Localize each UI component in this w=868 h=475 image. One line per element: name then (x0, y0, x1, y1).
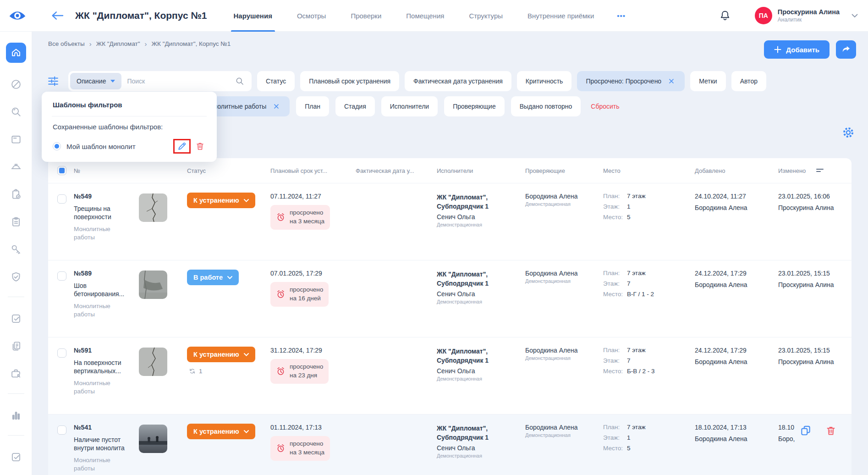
remove-filter-x-icon[interactable] (667, 77, 676, 86)
table-row[interactable]: №591 На поверхности вертикальных... Моно… (48, 337, 852, 414)
executor-organization: ЖК "Дипломат", Субподрядчик 1 (437, 270, 517, 288)
edit-template-button[interactable] (177, 141, 187, 151)
breadcrumb: Все объекты › ЖК "Дипломат" › ЖК "Диплом… (48, 40, 231, 48)
sidebar-item-prohibited[interactable] (10, 78, 22, 90)
violation-photo-thumbnail[interactable] (139, 193, 167, 222)
reviewer-note: Демонстрационная (525, 432, 599, 438)
remove-filter-x-icon[interactable] (272, 102, 281, 111)
place-label-floor: Этаж: (603, 434, 627, 441)
chevron-down-icon (227, 276, 232, 279)
filter-pill-planned-date[interactable]: Плановый срок устранения (300, 71, 399, 91)
filter-pill-actual-date[interactable]: Фактическая дата устранения (405, 71, 511, 91)
place-plan-value: 7 этаж (627, 193, 688, 199)
copy-violation-button[interactable] (800, 425, 812, 436)
place-floor-value: 7 (627, 357, 688, 364)
filter-pill-reissued[interactable]: Выдано повторно (511, 96, 581, 116)
tab-violations[interactable]: Нарушения (234, 0, 272, 32)
search-field-dropdown[interactable]: Описание (70, 73, 121, 89)
sidebar-item-analytics[interactable] (10, 409, 22, 421)
table-row[interactable]: №541 Наличие пустот внутри монолита Моно… (48, 414, 852, 475)
place-label-spot: Место: (603, 291, 627, 298)
filter-pill-labels[interactable]: Метки (690, 71, 726, 91)
filter-settings-button[interactable] (47, 73, 63, 89)
select-all-checkbox[interactable] (57, 166, 66, 175)
status-button[interactable]: В работе (187, 270, 239, 285)
executor-note: Демонстрационная (437, 299, 517, 304)
violation-number: №541 (74, 424, 131, 431)
violation-title: Трещины на поверхности (74, 204, 131, 221)
breadcrumb-all-objects[interactable]: Все объекты (48, 40, 85, 47)
status-button[interactable]: К устранению (187, 347, 255, 362)
filter-pill-stage[interactable]: Стадия (335, 96, 375, 116)
filter-pill-criticality[interactable]: Критичность (517, 71, 572, 91)
filter-pill-plan[interactable]: План (296, 96, 329, 116)
reissued-counter: 1 (189, 368, 265, 375)
tab-structures[interactable]: Структуры (469, 0, 503, 32)
add-button[interactable]: Добавить (764, 40, 830, 59)
tab-inspections[interactable]: Осмотры (297, 0, 326, 32)
violation-photo-thumbnail[interactable] (139, 348, 167, 376)
row-checkbox[interactable] (57, 348, 66, 358)
tab-checks[interactable]: Проверки (351, 0, 381, 32)
row-checkbox[interactable] (57, 425, 66, 435)
back-arrow-icon[interactable] (50, 10, 64, 21)
table-row[interactable]: №589 Шов бетонирования... Монолитные раб… (48, 260, 852, 337)
sidebar-item-reports[interactable] (10, 340, 22, 352)
filter-pill-status[interactable]: Статус (257, 71, 295, 91)
hardhat-icon (10, 161, 22, 173)
sidebar-item-inspections[interactable] (10, 188, 22, 200)
place-plan-value: 7 этаж (627, 347, 688, 353)
status-button[interactable]: К устранению (187, 424, 255, 439)
breadcrumb-building[interactable]: ЖК "Дипломат", Корпус №1 (152, 40, 231, 47)
user-avatar[interactable]: ПА (755, 7, 772, 24)
sidebar-item-home[interactable] (6, 43, 26, 63)
tab-rooms[interactable]: Помещения (406, 0, 444, 32)
user-menu-chevron-down-icon[interactable] (852, 14, 858, 18)
reset-filters-button[interactable]: Сбросить (591, 103, 619, 110)
template-radio-selected[interactable] (53, 142, 61, 150)
changed-date: 23.01.2025, 16:06 (778, 193, 849, 200)
place-plan-value: 7 этаж (627, 424, 688, 431)
search-input[interactable] (121, 77, 235, 85)
sidebar-item-construction[interactable] (10, 161, 22, 173)
sidebar-item-documents-card[interactable] (10, 133, 22, 145)
sidebar-item-keys[interactable] (10, 243, 22, 255)
notifications-bell-icon[interactable] (719, 10, 731, 22)
table-settings-gear-button[interactable] (841, 125, 856, 141)
sidebar-item-search[interactable] (10, 106, 22, 118)
col-header-planned: Плановый срок уст... (270, 167, 327, 174)
col-header-status: Статус (187, 167, 206, 174)
changed-by: Проскурина Алина (778, 358, 849, 365)
sidebar-item-contractors[interactable] (10, 368, 22, 380)
violation-photo-thumbnail[interactable] (139, 271, 167, 299)
sidebar-item-approvals[interactable] (10, 451, 22, 463)
executor-organization: ЖК "Дипломат", Субподрядчик 1 (437, 347, 517, 365)
violation-photo-thumbnail[interactable] (139, 425, 167, 453)
status-button[interactable]: К устранению (187, 193, 255, 208)
row-checkbox[interactable] (57, 194, 66, 204)
sort-icon[interactable] (816, 168, 824, 174)
filter-pill-executors[interactable]: Исполнители (381, 96, 438, 116)
place-floor-value: 1 (627, 434, 688, 441)
violation-title: Наличие пустот внутри монолита (74, 436, 131, 452)
saved-template-row: Мой шаблон монолит (53, 139, 206, 154)
overdue-badge: просрочено на 3 месяца (270, 205, 330, 230)
table-row[interactable]: №549 Трещины на поверхности Монолитные р… (48, 183, 852, 260)
added-by: Бородкина Алена (695, 358, 773, 365)
sidebar-item-warranty[interactable] (10, 271, 22, 283)
sidebar-item-tasks[interactable] (10, 313, 22, 325)
tab-internal-acceptances[interactable]: Внутренние приёмки (527, 0, 594, 32)
prohibit-icon (10, 78, 22, 90)
place-label-spot: Место: (603, 214, 627, 221)
delete-violation-button[interactable] (825, 425, 836, 436)
export-share-button[interactable] (836, 40, 856, 59)
filter-pill-overdue-active[interactable]: Просрочено: Просрочено (577, 71, 685, 91)
delete-template-button[interactable] (195, 141, 205, 151)
row-checkbox[interactable] (57, 271, 66, 281)
col-header-executors: Исполнители (437, 167, 473, 174)
filter-pill-reviewers[interactable]: Проверяющие (444, 96, 505, 116)
sidebar-item-checklists[interactable] (10, 216, 22, 228)
more-tabs-ellipsis-icon[interactable]: ••• (617, 12, 626, 20)
filter-pill-author[interactable]: Автор (731, 71, 766, 91)
breadcrumb-project[interactable]: ЖК "Дипломат" (96, 40, 140, 47)
